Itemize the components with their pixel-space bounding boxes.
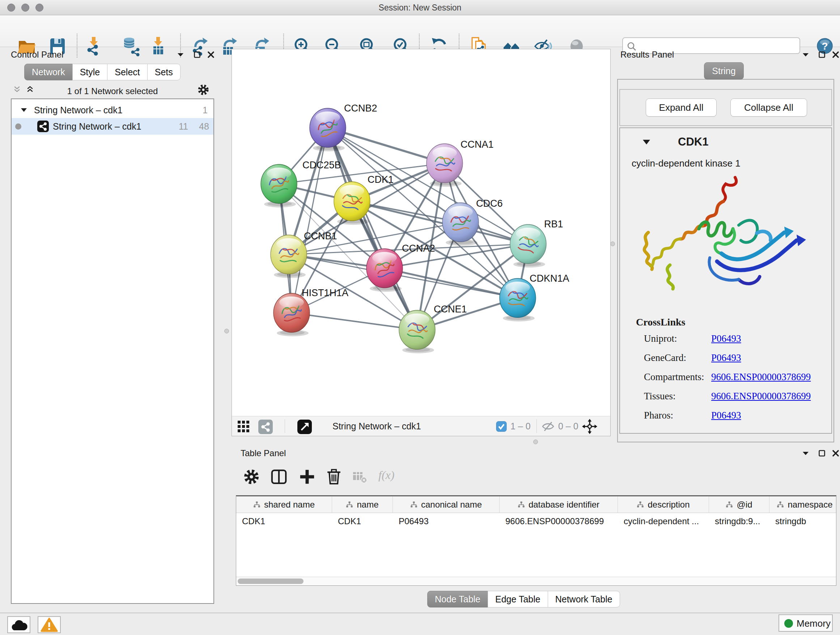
control-panel-close-icon[interactable] xyxy=(207,51,215,59)
delete-table-icon-disabled xyxy=(352,470,368,484)
crosslink-tissues[interactable]: 9606.ENSP00000378699 xyxy=(711,391,811,402)
table-cell[interactable]: 9606.ENSP00000378699 xyxy=(500,513,618,529)
tab-network[interactable]: Network xyxy=(24,64,73,80)
table-panel-collapse-icon[interactable] xyxy=(802,449,810,457)
table-panel-title: Table Panel xyxy=(240,448,286,458)
column-header-@id[interactable]: @id xyxy=(709,496,769,513)
function-builder-icon-disabled: f(x) xyxy=(378,469,394,482)
results-panel-close-icon[interactable] xyxy=(832,51,840,59)
crosslinks-heading: CrossLinks xyxy=(636,317,685,328)
edge-HIST1H1A-CCNE1[interactable] xyxy=(292,313,417,330)
network-node-count: 11 xyxy=(179,121,188,132)
table-cell[interactable]: CDK1 xyxy=(332,513,393,529)
crosslink-pharos[interactable]: P06493 xyxy=(711,410,741,421)
delete-column-icon[interactable] xyxy=(325,469,342,485)
network-options-gear-icon[interactable] xyxy=(197,84,209,96)
tab-edge-table[interactable]: Edge Table xyxy=(488,591,548,608)
node-HIST1H1A[interactable] xyxy=(273,293,309,336)
column-header-namespace[interactable]: namespace xyxy=(769,496,836,513)
network-row-selected[interactable]: String Network – cdk1 11 48 xyxy=(11,118,213,135)
table-cell[interactable]: stringdb:9... xyxy=(709,513,769,529)
tab-style[interactable]: Style xyxy=(73,64,108,80)
node-CCNB2[interactable] xyxy=(309,108,346,151)
memory-button[interactable]: Memory xyxy=(778,614,833,632)
vertical-splitter-grip[interactable] xyxy=(224,329,229,333)
tree-expander-icon[interactable] xyxy=(20,106,27,114)
table-cell[interactable]: cyclin-dependent ... xyxy=(618,513,709,529)
column-header-shared-name[interactable]: shared name xyxy=(236,496,332,513)
control-panel-float-icon[interactable] xyxy=(193,51,201,59)
table-cell[interactable]: stringdb xyxy=(769,513,836,529)
tab-network-table[interactable]: Network Table xyxy=(548,591,620,608)
collapse-all-button[interactable]: Collapse All xyxy=(730,98,807,117)
grid-view-icon[interactable] xyxy=(237,420,250,433)
column-header-canonical-name[interactable]: canonical name xyxy=(393,496,500,513)
node-CCNB1[interactable] xyxy=(271,235,307,278)
import-table-icon[interactable] xyxy=(148,36,168,57)
results-panel-body: Expand All Collapse All CDK1 cyclin-depe… xyxy=(617,79,834,442)
edge-CCNB2-HIST1H1A[interactable] xyxy=(292,128,328,313)
cloud-icon xyxy=(8,617,29,632)
table-row[interactable]: CDK1CDK1P064939606.ENSP00000378699cyclin… xyxy=(236,513,836,529)
table-options-gear-icon[interactable] xyxy=(243,469,260,485)
selected-checkbox-icon[interactable] xyxy=(496,421,507,432)
birds-eye-view-icon[interactable] xyxy=(297,419,312,434)
edge-CCNA2-CDKN1A[interactable] xyxy=(385,268,518,298)
column-header-database-identifier[interactable]: database identifier xyxy=(500,496,618,513)
column-header-name[interactable]: name xyxy=(332,496,393,513)
table-panel-close-icon[interactable] xyxy=(832,449,840,457)
results-panel-title: Results Panel xyxy=(621,50,674,60)
import-network-from-database-icon[interactable] xyxy=(121,36,141,57)
node-label-CCNE1: CCNE1 xyxy=(434,304,467,315)
section-expander-icon[interactable] xyxy=(643,139,651,146)
protein-structure-image xyxy=(627,171,827,314)
tab-node-table[interactable]: Node Table xyxy=(427,591,488,608)
show-columns-icon[interactable] xyxy=(271,469,287,485)
network-collection-row[interactable]: String Network – cdk1 1 xyxy=(11,102,213,118)
node-CDKN1A[interactable] xyxy=(500,279,536,321)
network-share-view-icon[interactable] xyxy=(258,419,273,434)
edges xyxy=(279,128,528,330)
crosslink-genecard[interactable]: P06493 xyxy=(711,352,741,363)
cloud-status-button[interactable] xyxy=(7,616,30,633)
node-RB1[interactable] xyxy=(510,225,546,268)
control-panel-collapse-icon[interactable] xyxy=(177,51,185,59)
tab-sets[interactable]: Sets xyxy=(147,64,180,80)
edge-CCNB2-CCNE1[interactable] xyxy=(328,128,417,330)
warning-status-button[interactable] xyxy=(38,616,61,633)
table-cell[interactable]: P06493 xyxy=(393,513,500,529)
expand-all-button[interactable]: Expand All xyxy=(646,98,717,117)
column-type-icon xyxy=(346,501,353,508)
tab-select[interactable]: Select xyxy=(107,64,147,80)
table-panel-tabs: Node TableEdge TableNetwork Table xyxy=(428,591,620,608)
memory-status-dot xyxy=(784,619,793,628)
protein-name: CDK1 xyxy=(678,135,708,149)
add-column-icon[interactable] xyxy=(299,469,316,485)
node-CCNA1[interactable] xyxy=(426,144,463,187)
node-CCNE1[interactable] xyxy=(399,310,435,353)
network-row-label: String Network – cdk1 xyxy=(53,121,141,132)
network-view-canvas[interactable]: CCNB2CCNA1CDC25BCDK1CDC6RB1CCNB1CCNA2CDK… xyxy=(232,49,611,436)
scrollbar-thumb[interactable] xyxy=(238,578,303,584)
crosslink-compartments[interactable]: 9606.ENSP00000378699 xyxy=(711,371,811,383)
table-horizontal-scrollbar[interactable] xyxy=(236,577,836,585)
network-graph[interactable]: CCNB2CCNA1CDC25BCDK1CDC6RB1CCNB1CCNA2CDK… xyxy=(232,49,610,416)
results-panel-float-icon[interactable] xyxy=(818,51,826,59)
vertical-splitter-grip[interactable] xyxy=(610,241,615,246)
pan-move-icon[interactable] xyxy=(582,419,597,434)
node-CDC25B[interactable] xyxy=(261,165,297,207)
results-panel-collapse-icon[interactable] xyxy=(802,51,810,59)
results-buttons-panel: Expand All Collapse All xyxy=(619,89,832,126)
import-network-from-file-icon[interactable] xyxy=(84,36,104,57)
table-cell[interactable]: CDK1 xyxy=(236,513,332,529)
hidden-node-edge-counts: 0 – 0 xyxy=(558,421,578,432)
tab-string[interactable]: String xyxy=(704,62,744,80)
node-label-CCNA1: CCNA1 xyxy=(461,139,494,150)
horizontal-splitter-grip[interactable] xyxy=(533,440,538,444)
table-panel-float-icon[interactable] xyxy=(818,449,826,457)
node-label-CDC6: CDC6 xyxy=(476,198,503,209)
network-tree: String Network – cdk1 1 String Network –… xyxy=(11,98,214,604)
crosslink-uniprot[interactable]: P06493 xyxy=(711,333,741,344)
node-label-CCNA2: CCNA2 xyxy=(402,243,435,254)
column-header-description[interactable]: description xyxy=(618,496,709,513)
